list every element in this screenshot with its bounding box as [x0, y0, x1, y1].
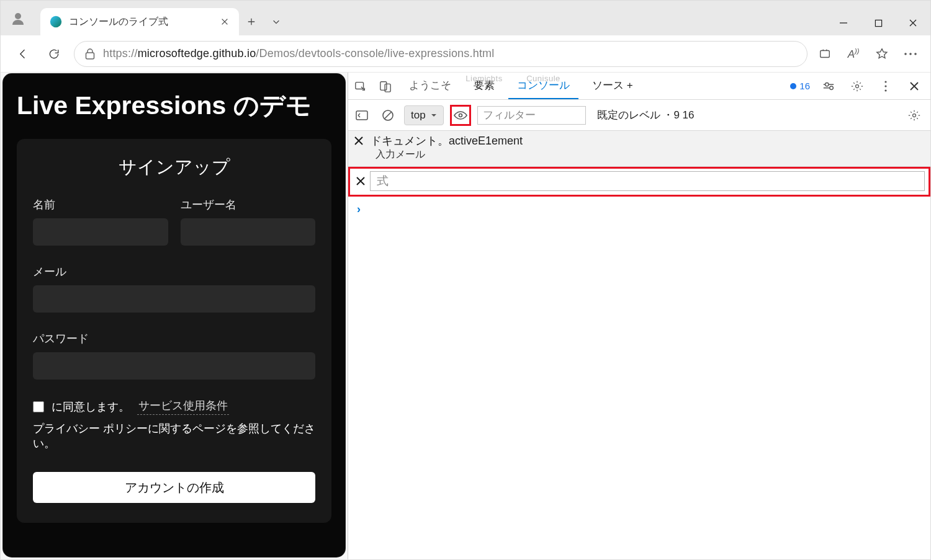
plus-icon — [247, 17, 256, 26]
privacy-link[interactable]: プライバシー ポリシーに関するページを参照してください。 — [33, 421, 315, 451]
window-minimize-button[interactable] — [826, 11, 861, 35]
devtools-more-button[interactable] — [876, 76, 896, 96]
devtools-close-button[interactable] — [904, 76, 924, 96]
user-icon — [11, 11, 25, 26]
create-account-button[interactable]: アカウントの作成 — [33, 472, 315, 503]
console-drawer-toggle[interactable] — [352, 105, 372, 125]
log-level-selector[interactable]: 既定のレベル ・9 16 — [597, 108, 695, 122]
tab-title: コンソールのライブ式 — [69, 16, 214, 29]
lock-icon — [84, 48, 96, 60]
svg-point-1 — [50, 16, 61, 27]
signup-card: サインアップ 名前 ユーザー名 メール — [17, 139, 331, 523]
svg-point-17 — [884, 89, 886, 91]
page-viewport: Live Expressions のデモ サインアップ 名前 ユーザー名 — [1, 73, 348, 559]
back-button[interactable] — [12, 43, 34, 65]
password-input[interactable] — [33, 352, 315, 380]
terms-checkbox[interactable] — [33, 401, 44, 412]
edge-favicon-icon — [49, 15, 63, 29]
new-tab-button[interactable] — [239, 8, 264, 35]
devtools-panel: ようこそ Liemichts 要素 Cunisule コンソール ソース + 1… — [348, 73, 930, 559]
new-live-expression-row: 式 — [348, 167, 930, 197]
issue-dot-icon — [790, 83, 796, 89]
devtools-customize-button[interactable] — [819, 76, 839, 96]
settings-more-button[interactable] — [902, 45, 919, 63]
username-label: ユーザー名 — [181, 197, 316, 212]
live-expression-row: ドキュメント。activeE1ement 入力メール — [348, 131, 930, 167]
remove-live-expression-button[interactable] — [353, 135, 364, 146]
clear-console-button[interactable] — [378, 105, 398, 125]
svg-rect-2 — [875, 20, 881, 26]
browser-tab[interactable]: コンソールのライブ式 — [40, 8, 239, 35]
live-expression-code[interactable]: ドキュメント。activeE1ement — [371, 133, 523, 148]
svg-point-20 — [459, 113, 462, 117]
console-body[interactable]: › — [348, 197, 930, 559]
chevron-down-icon — [431, 112, 437, 118]
close-tab-icon[interactable] — [220, 17, 229, 26]
svg-point-5 — [904, 53, 907, 55]
inspect-button[interactable] — [351, 76, 371, 96]
email-input[interactable] — [33, 285, 315, 313]
create-live-expression-button[interactable] — [450, 105, 471, 126]
svg-point-13 — [830, 86, 833, 89]
console-filter-input[interactable]: フィルター — [477, 106, 586, 125]
console-settings-button[interactable] — [904, 105, 924, 125]
eye-icon — [453, 110, 468, 121]
live-expression-input[interactable]: 式 — [370, 171, 925, 191]
svg-point-15 — [884, 81, 886, 82]
signup-title: サインアップ — [33, 155, 315, 180]
tab-elements[interactable]: Liemichts 要素 — [465, 73, 503, 99]
svg-point-21 — [913, 113, 916, 117]
name-label: 名前 — [33, 197, 168, 212]
url-display: https://microsoftedge.github.io/Demos/de… — [103, 47, 495, 60]
console-toolbar: top フィルター 既定のレベル ・9 16 — [348, 100, 930, 131]
svg-rect-3 — [86, 53, 94, 59]
svg-point-7 — [914, 53, 917, 55]
svg-point-0 — [15, 13, 21, 19]
name-input[interactable] — [33, 218, 168, 246]
address-bar: https://microsoftedge.github.io/Demos/de… — [1, 35, 930, 73]
app-mode-button[interactable] — [816, 45, 834, 63]
devtools-tabbar: ようこそ Liemichts 要素 Cunisule コンソール ソース + 1… — [348, 73, 930, 100]
password-label: パスワード — [33, 331, 315, 346]
devtools-settings-button[interactable] — [847, 76, 867, 96]
window-maximize-button[interactable] — [861, 11, 896, 35]
svg-point-12 — [825, 82, 829, 86]
tab-welcome[interactable]: ようこそ — [400, 73, 460, 99]
tab-sources[interactable]: ソース + — [583, 73, 642, 99]
tabs-overflow-button[interactable] — [264, 8, 289, 35]
chevron-down-icon — [272, 17, 281, 26]
svg-rect-10 — [385, 84, 390, 92]
issues-badge[interactable]: 16 — [790, 81, 810, 91]
tab-console[interactable]: Cunisule コンソール — [508, 73, 578, 99]
svg-point-11 — [790, 83, 796, 89]
refresh-button[interactable] — [43, 43, 65, 65]
live-expression-result: 入力メール — [348, 148, 930, 166]
console-prompt-icon: › — [357, 203, 361, 215]
svg-rect-18 — [356, 111, 367, 120]
svg-point-6 — [909, 53, 912, 55]
read-aloud-button[interactable]: A)) — [845, 45, 862, 63]
profile-button[interactable] — [1, 2, 35, 35]
svg-point-14 — [856, 84, 859, 87]
tos-link[interactable]: サービス使用条件 — [137, 398, 229, 415]
remove-new-live-expression-button[interactable] — [355, 176, 366, 187]
device-toggle-button[interactable] — [376, 76, 395, 96]
agree-text: に同意します。 — [52, 399, 130, 414]
favorite-button[interactable] — [873, 45, 891, 63]
svg-rect-9 — [380, 81, 387, 90]
window-close-button[interactable] — [896, 11, 930, 35]
username-input[interactable] — [181, 218, 316, 246]
svg-point-16 — [884, 85, 886, 87]
titlebar: コンソールのライブ式 — [1, 1, 930, 35]
email-label: メール — [33, 264, 315, 279]
svg-rect-4 — [821, 50, 830, 57]
omnibox[interactable]: https://microsoftedge.github.io/Demos/de… — [74, 41, 807, 67]
page-heading: Live Expressions のデモ — [17, 89, 331, 123]
context-selector[interactable]: top — [404, 105, 444, 125]
